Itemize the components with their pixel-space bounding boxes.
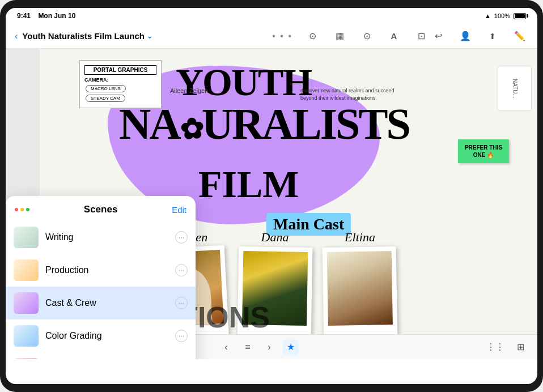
scene-thumb-writing [14,227,39,248]
edit-pencil-icon[interactable]: ✏️ [511,28,528,45]
scene-thumb-marketing [14,358,39,359]
scene-item-production[interactable]: Production ··· [6,254,196,287]
favorite-button[interactable]: ★ [283,339,299,355]
cursor-tool-icon[interactable]: ⊙ [304,28,321,45]
scene-item-cast-crew[interactable]: Cast & Crew ··· [6,287,196,319]
battery-icon [514,13,526,19]
title-dropdown-icon: ⌄ [147,32,152,40]
title-naturalists: NA✿URALISTS [119,99,409,150]
text-tool-icon[interactable]: A [385,28,402,45]
camera-card: PORTAL GRAPHICS CAMERA: MACRO LENS STEAD… [79,60,162,108]
scene-thumb-color [14,325,39,347]
scene-thumb-production [14,259,39,281]
sticky-note-text: PREFER THIS ONE 🔥 [465,144,502,158]
cast-photo-3 [327,251,393,326]
author-label: Aileen Zeigen [170,87,208,94]
scenes-header: Scenes Edit [6,196,196,221]
ipad-screen: 9:41 Mon Jun 10 ▲ 100% ‹ Youth Naturalis… [6,8,537,384]
nav-bar: ‹ Youth Naturalists Film Launch ⌄ • • • … [6,24,537,49]
ipad-frame: 9:41 Mon Jun 10 ▲ 100% ‹ Youth Naturalis… [0,0,543,392]
camera-option-2: STEADY CAM [86,95,125,102]
cast-card-3: Eltina SONIA BRIZZOLARI (SHE / HER) [323,230,397,334]
scene-more-production[interactable]: ··· [175,264,188,276]
toolbar-right: ⋮⋮ ⊞ [487,339,528,355]
camera-label: CAMERA: [84,77,156,83]
scene-label-writing: Writing [45,232,175,242]
scene-label-cast-crew: Cast & Crew [45,298,175,308]
status-right: ▲ 100% [485,12,526,19]
toolbar-navigation: ‹ ≡ › ★ [218,339,299,355]
share-icon[interactable]: ⬆ [484,28,501,45]
scene-more-cast[interactable]: ··· [175,297,188,309]
polaroid-3 [323,246,398,334]
hierarchy-icon[interactable]: ⋮⋮ [487,339,503,355]
scenes-edit-button[interactable]: Edit [172,205,186,215]
title-film: FILM [198,162,299,207]
prev-button[interactable]: ‹ [218,339,234,355]
scene-thumb-cast [14,292,39,314]
project-title-container[interactable]: Youth Naturalists Film Launch ⌄ [22,31,152,41]
main-area: PORTAL GRAPHICS CAMERA: MACRO LENS STEAD… [6,49,537,359]
project-title-text: Youth Naturalists Film Launch [22,31,145,41]
nav-tool-icons: ⊙ ▦ ⊙ A ⊡ [304,28,430,45]
status-time: 9:41 Mon Jun 10 [17,12,75,20]
wifi-icon: ▲ [485,12,491,19]
camera-options: MACRO LENS STEADY CAM [84,84,156,103]
scene-item-writing[interactable]: Writing ··· [6,221,196,254]
camera-card-title: PORTAL GRAPHICS [84,65,156,75]
scene-more-color[interactable]: ··· [175,330,188,342]
dot-yellow [20,208,24,211]
nav-action-icons: ↩ 👤 ⬆ ✏️ [430,28,528,45]
cast-signature-2: Dana [261,230,289,245]
sticky-note: PREFER THIS ONE 🔥 [458,139,509,163]
nav-dots: • • • [272,31,292,41]
description-text: discover new natural realms and succeed … [300,87,402,101]
folder-tool-icon[interactable]: ⊙ [358,28,375,45]
collaborators-icon[interactable]: 👤 [457,28,474,45]
back-chevron: ‹ [15,31,18,41]
nav-center: • • • ⊙ ▦ ⊙ A ⊡ [272,28,430,45]
back-button[interactable]: ‹ [15,31,18,41]
undo-icon[interactable]: ↩ [430,28,447,45]
list-view-button[interactable]: ≡ [240,339,256,355]
battery-label: 100% [494,12,510,19]
dot-green [26,208,29,211]
scene-label-color-grading: Color Grading [45,331,175,341]
nav-left: ‹ Youth Naturalists Film Launch ⌄ [15,31,272,41]
grid-tool-icon[interactable]: ▦ [331,28,348,45]
right-side-card: NATU... [498,66,532,111]
scene-item-marketing[interactable]: Marketing ··· [6,352,196,359]
layout-view-icon[interactable]: ⊞ [512,339,528,355]
scenes-title: Scenes [84,204,118,215]
image-tool-icon[interactable]: ⊡ [413,28,430,45]
scenes-panel: Scenes Edit Writing ··· Production ··· C… [6,196,196,359]
status-bar: 9:41 Mon Jun 10 ▲ 100% [6,8,537,24]
scene-label-production: Production [45,265,175,275]
time-display: 9:41 [17,12,31,20]
dot-red [15,208,18,211]
cast-signature-3: Eltina [345,230,375,245]
next-button[interactable]: › [261,339,277,355]
scenes-traffic-lights [15,208,29,211]
scene-item-color-grading[interactable]: Color Grading ··· [6,319,196,352]
scene-more-writing[interactable]: ··· [175,231,188,244]
date-display: Mon Jun 10 [38,12,75,20]
camera-option-1: MACRO LENS [86,85,126,92]
